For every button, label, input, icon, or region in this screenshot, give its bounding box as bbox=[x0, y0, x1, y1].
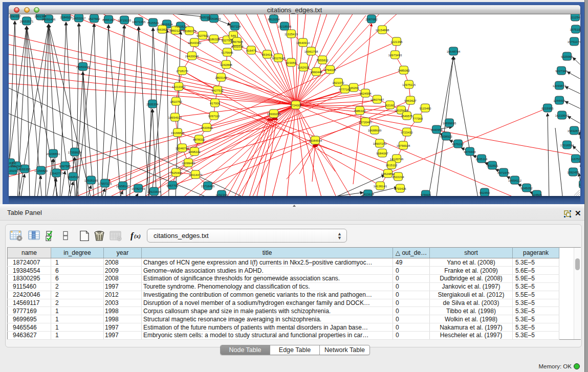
svg-text:20553571: 20553571 bbox=[20, 20, 34, 23]
svg-text:1733426: 1733426 bbox=[394, 187, 406, 190]
svg-text:603056: 603056 bbox=[286, 61, 297, 64]
svg-text:16961758: 16961758 bbox=[304, 50, 318, 53]
svg-text:8813054: 8813054 bbox=[268, 18, 280, 21]
svg-text:9427512: 9427512 bbox=[211, 89, 224, 92]
svg-text:653419: 653419 bbox=[262, 53, 273, 56]
svg-text:9457791: 9457791 bbox=[166, 184, 179, 187]
svg-text:7663821: 7663821 bbox=[175, 25, 187, 28]
svg-text:8938923: 8938923 bbox=[440, 135, 452, 138]
svg-text:8186328: 8186328 bbox=[208, 38, 220, 41]
svg-text:1092455: 1092455 bbox=[567, 171, 579, 174]
svg-text:9245052: 9245052 bbox=[520, 187, 533, 190]
svg-text:10719155: 10719155 bbox=[118, 19, 132, 22]
svg-text:9084067: 9084067 bbox=[376, 152, 388, 155]
svg-text:2867608: 2867608 bbox=[231, 40, 243, 43]
svg-text:7625402: 7625402 bbox=[170, 171, 182, 174]
svg-text:20691406: 20691406 bbox=[42, 18, 56, 21]
svg-text:139154: 139154 bbox=[9, 169, 18, 172]
svg-text:7986322: 7986322 bbox=[354, 110, 366, 113]
svg-text:6794028: 6794028 bbox=[324, 69, 336, 72]
svg-text:746266: 746266 bbox=[349, 86, 359, 90]
svg-text:8215955: 8215955 bbox=[541, 107, 554, 110]
svg-text:1621072: 1621072 bbox=[332, 81, 344, 84]
svg-text:1810753: 1810753 bbox=[170, 100, 182, 103]
svg-text:10958147: 10958147 bbox=[116, 185, 130, 188]
svg-text:16053809: 16053809 bbox=[207, 17, 221, 20]
svg-text:1292344: 1292344 bbox=[215, 193, 228, 196]
svg-text:10653267: 10653267 bbox=[72, 17, 86, 20]
svg-text:9723430: 9723430 bbox=[401, 131, 413, 134]
svg-text:1575107: 1575107 bbox=[570, 28, 580, 31]
svg-text:116753: 116753 bbox=[571, 158, 580, 161]
svg-text:20206551: 20206551 bbox=[47, 152, 60, 156]
svg-text:9327503: 9327503 bbox=[197, 34, 209, 37]
svg-text:18654925: 18654925 bbox=[168, 116, 182, 119]
svg-text:19218506: 19218506 bbox=[278, 25, 292, 28]
svg-text:11156829: 11156829 bbox=[34, 169, 48, 172]
svg-text:12975115: 12975115 bbox=[402, 83, 416, 86]
svg-text:1549575: 1549575 bbox=[401, 115, 413, 118]
svg-text:1244415: 1244415 bbox=[553, 99, 565, 102]
svg-text:2803144: 2803144 bbox=[215, 76, 227, 79]
svg-text:7955812: 7955812 bbox=[316, 59, 329, 62]
svg-text:16782759: 16782759 bbox=[132, 187, 145, 190]
svg-text:10807487: 10807487 bbox=[371, 98, 384, 101]
svg-text:1164519: 1164519 bbox=[68, 176, 80, 179]
svg-text:12505185: 12505185 bbox=[84, 179, 98, 182]
svg-text:18386379: 18386379 bbox=[183, 30, 197, 33]
svg-text:15716485: 15716485 bbox=[201, 185, 215, 188]
svg-text:10025438: 10025438 bbox=[395, 109, 408, 112]
svg-text:2087682: 2087682 bbox=[365, 18, 378, 21]
svg-text:1221396: 1221396 bbox=[390, 40, 403, 43]
svg-text:9329966: 9329966 bbox=[561, 55, 573, 58]
svg-text:7857224: 7857224 bbox=[229, 25, 241, 28]
svg-text:777360: 777360 bbox=[412, 117, 423, 120]
svg-text:416475: 416475 bbox=[246, 49, 257, 52]
svg-text:8878332: 8878332 bbox=[193, 138, 205, 141]
svg-text:111254: 111254 bbox=[570, 16, 580, 19]
svg-text:62160: 62160 bbox=[386, 104, 395, 107]
svg-text:5175645: 5175645 bbox=[221, 51, 233, 54]
svg-text:6679197: 6679197 bbox=[452, 143, 464, 146]
svg-text:16543382: 16543382 bbox=[188, 41, 202, 45]
svg-text:9227349: 9227349 bbox=[555, 70, 568, 73]
svg-text:2184929: 2184929 bbox=[60, 16, 72, 19]
svg-text:1724007: 1724007 bbox=[290, 104, 302, 107]
svg-text:7485063: 7485063 bbox=[398, 69, 410, 72]
svg-text:12942757: 12942757 bbox=[50, 172, 63, 175]
svg-text:546: 546 bbox=[231, 34, 236, 37]
svg-text:10688609: 10688609 bbox=[368, 129, 382, 132]
svg-text:1413614: 1413614 bbox=[362, 193, 374, 196]
svg-text:24420046: 24420046 bbox=[185, 55, 199, 58]
svg-text:15751074: 15751074 bbox=[568, 40, 580, 43]
svg-text:9474444: 9474444 bbox=[464, 150, 476, 154]
svg-text:17016504: 17016504 bbox=[560, 144, 574, 147]
svg-text:2935114: 2935114 bbox=[476, 158, 488, 161]
svg-text:12923448: 12923448 bbox=[147, 190, 161, 193]
svg-text:12213382: 12213382 bbox=[172, 85, 186, 89]
svg-text:10899695: 10899695 bbox=[443, 122, 456, 125]
svg-text:2055355: 2055355 bbox=[18, 168, 31, 171]
svg-text:16099489: 16099489 bbox=[182, 162, 195, 165]
svg-text:6931034: 6931034 bbox=[231, 45, 244, 48]
svg-text:18300295: 18300295 bbox=[267, 113, 281, 116]
svg-text:19384554: 19384554 bbox=[309, 139, 322, 142]
svg-text:10671355: 10671355 bbox=[132, 20, 146, 24]
svg-text:1615112: 1615112 bbox=[386, 164, 398, 167]
svg-text:10654112: 10654112 bbox=[508, 179, 522, 182]
svg-text:1162615: 1162615 bbox=[298, 66, 310, 69]
svg-text:9097585: 9097585 bbox=[59, 165, 71, 168]
svg-text:16154808: 16154808 bbox=[376, 29, 389, 32]
svg-text:15692871: 15692871 bbox=[568, 129, 580, 133]
svg-text:9242848: 9242848 bbox=[220, 63, 232, 67]
svg-text:8466160: 8466160 bbox=[102, 18, 115, 21]
svg-text:16648784: 16648784 bbox=[447, 50, 461, 53]
svg-text:10973493: 10973493 bbox=[388, 54, 402, 57]
svg-text:9463627: 9463627 bbox=[404, 99, 417, 102]
svg-text:25053346: 25053346 bbox=[76, 65, 90, 69]
svg-text:19166825: 19166825 bbox=[171, 132, 185, 135]
svg-text:924505: 924505 bbox=[532, 193, 542, 196]
svg-text:7515524: 7515524 bbox=[161, 23, 173, 26]
svg-text:9498222: 9498222 bbox=[188, 150, 201, 154]
svg-text:17957225: 17957225 bbox=[98, 182, 112, 185]
